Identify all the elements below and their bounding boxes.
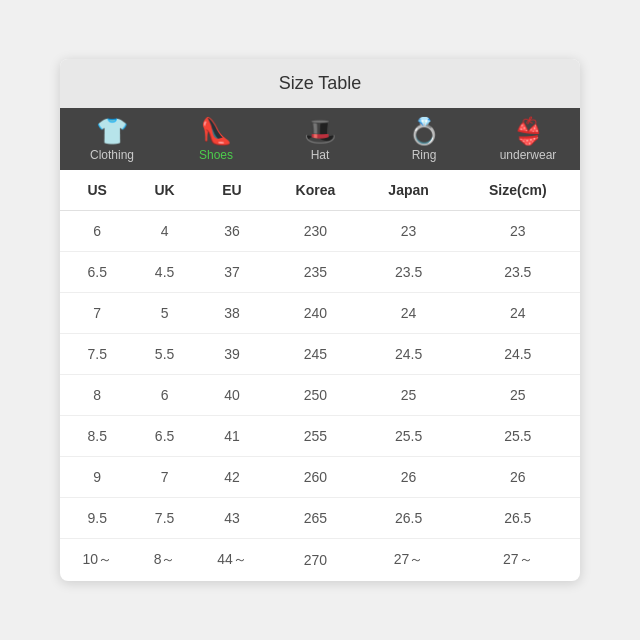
shoes-icon: 👠 — [200, 118, 232, 144]
cell-r8-c5: 27～ — [456, 539, 580, 582]
tab-shoes[interactable]: 👠 Shoes — [164, 108, 268, 170]
cell-r2-c0: 7 — [60, 293, 134, 334]
tab-underwear-label: underwear — [500, 148, 557, 162]
table-row: 97422602626 — [60, 457, 580, 498]
cell-r2-c5: 24 — [456, 293, 580, 334]
cell-r4-c0: 8 — [60, 375, 134, 416]
table-row: 8.56.54125525.525.5 — [60, 416, 580, 457]
table-row: 86402502525 — [60, 375, 580, 416]
cell-r6-c2: 42 — [195, 457, 269, 498]
cell-r4-c2: 40 — [195, 375, 269, 416]
tab-ring-label: Ring — [412, 148, 437, 162]
cell-r6-c3: 260 — [269, 457, 361, 498]
cell-r3-c0: 7.5 — [60, 334, 134, 375]
cell-r2-c2: 38 — [195, 293, 269, 334]
cell-r4-c4: 25 — [362, 375, 456, 416]
hat-icon: 🎩 — [304, 118, 336, 144]
cell-r3-c3: 245 — [269, 334, 361, 375]
cell-r1-c5: 23.5 — [456, 252, 580, 293]
underwear-icon: 👙 — [512, 118, 544, 144]
cell-r2-c3: 240 — [269, 293, 361, 334]
cell-r8-c2: 44～ — [195, 539, 269, 582]
cell-r1-c2: 37 — [195, 252, 269, 293]
cell-r6-c1: 7 — [134, 457, 194, 498]
cell-r1-c3: 235 — [269, 252, 361, 293]
cell-r6-c5: 26 — [456, 457, 580, 498]
table-row: 10～8～44～27027～27～ — [60, 539, 580, 582]
cell-r8-c0: 10～ — [60, 539, 134, 582]
cell-r0-c4: 23 — [362, 211, 456, 252]
tab-hat-label: Hat — [311, 148, 330, 162]
cell-r1-c0: 6.5 — [60, 252, 134, 293]
cell-r7-c1: 7.5 — [134, 498, 194, 539]
cell-r7-c4: 26.5 — [362, 498, 456, 539]
table-row: 6.54.53723523.523.5 — [60, 252, 580, 293]
cell-r5-c3: 255 — [269, 416, 361, 457]
col-header-sizecm: Size(cm) — [456, 170, 580, 211]
cell-r0-c2: 36 — [195, 211, 269, 252]
cell-r5-c4: 25.5 — [362, 416, 456, 457]
table-body: 643623023236.54.53723523.523.57538240242… — [60, 211, 580, 582]
cell-r8-c1: 8～ — [134, 539, 194, 582]
cell-r4-c1: 6 — [134, 375, 194, 416]
table-row: 9.57.54326526.526.5 — [60, 498, 580, 539]
cell-r5-c2: 41 — [195, 416, 269, 457]
cell-r4-c3: 250 — [269, 375, 361, 416]
cell-r6-c0: 9 — [60, 457, 134, 498]
cell-r5-c0: 8.5 — [60, 416, 134, 457]
tab-ring[interactable]: 💍 Ring — [372, 108, 476, 170]
ring-icon: 💍 — [408, 118, 440, 144]
cell-r3-c5: 24.5 — [456, 334, 580, 375]
category-tabs: 👕 Clothing 👠 Shoes 🎩 Hat 💍 Ring 👙 underw… — [60, 108, 580, 170]
size-table-container: Size Table 👕 Clothing 👠 Shoes 🎩 Hat 💍 Ri… — [60, 59, 580, 581]
cell-r5-c1: 6.5 — [134, 416, 194, 457]
cell-r8-c4: 27～ — [362, 539, 456, 582]
page-title: Size Table — [279, 73, 362, 93]
table-row: 64362302323 — [60, 211, 580, 252]
cell-r4-c5: 25 — [456, 375, 580, 416]
table-header: USUKEUKoreaJapanSize(cm) — [60, 170, 580, 211]
col-header-japan: Japan — [362, 170, 456, 211]
cell-r1-c4: 23.5 — [362, 252, 456, 293]
cell-r0-c1: 4 — [134, 211, 194, 252]
cell-r0-c0: 6 — [60, 211, 134, 252]
cell-r2-c1: 5 — [134, 293, 194, 334]
col-header-uk: UK — [134, 170, 194, 211]
cell-r7-c5: 26.5 — [456, 498, 580, 539]
tab-underwear[interactable]: 👙 underwear — [476, 108, 580, 170]
cell-r3-c2: 39 — [195, 334, 269, 375]
cell-r1-c1: 4.5 — [134, 252, 194, 293]
cell-r7-c2: 43 — [195, 498, 269, 539]
tab-clothing-label: Clothing — [90, 148, 134, 162]
table-row: 75382402424 — [60, 293, 580, 334]
cell-r0-c3: 230 — [269, 211, 361, 252]
tab-hat[interactable]: 🎩 Hat — [268, 108, 372, 170]
tab-shoes-label: Shoes — [199, 148, 233, 162]
title-bar: Size Table — [60, 59, 580, 108]
cell-r8-c3: 270 — [269, 539, 361, 582]
header-row: USUKEUKoreaJapanSize(cm) — [60, 170, 580, 211]
col-header-us: US — [60, 170, 134, 211]
col-header-korea: Korea — [269, 170, 361, 211]
tab-clothing[interactable]: 👕 Clothing — [60, 108, 164, 170]
cell-r0-c5: 23 — [456, 211, 580, 252]
cell-r6-c4: 26 — [362, 457, 456, 498]
cell-r3-c4: 24.5 — [362, 334, 456, 375]
cell-r7-c0: 9.5 — [60, 498, 134, 539]
cell-r7-c3: 265 — [269, 498, 361, 539]
size-table: USUKEUKoreaJapanSize(cm) 643623023236.54… — [60, 170, 580, 581]
table-row: 7.55.53924524.524.5 — [60, 334, 580, 375]
clothing-icon: 👕 — [96, 118, 128, 144]
cell-r2-c4: 24 — [362, 293, 456, 334]
cell-r3-c1: 5.5 — [134, 334, 194, 375]
col-header-eu: EU — [195, 170, 269, 211]
cell-r5-c5: 25.5 — [456, 416, 580, 457]
